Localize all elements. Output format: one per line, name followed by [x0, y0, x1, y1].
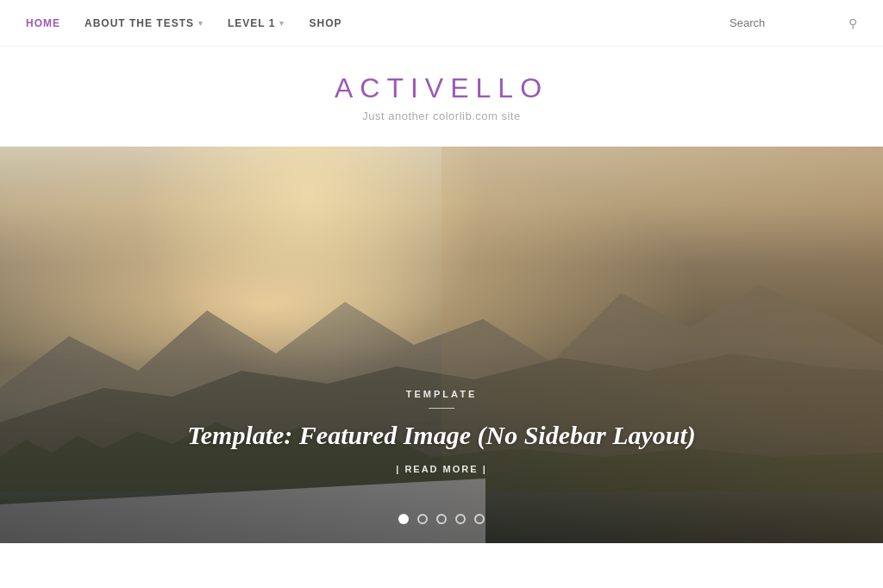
main-navigation: HOME ABOUT THE TESTS ▾ LEVEL 1 ▾ SHOP ⚲ — [0, 0, 883, 47]
hero-slider: TEMPLATE Template: Featured Image (No Si… — [0, 147, 883, 543]
slider-dot-0[interactable] — [398, 514, 409, 524]
nav-item-about[interactable]: ABOUT THE TESTS ▾ — [85, 17, 204, 29]
nav-item-home[interactable]: HOME — [26, 17, 60, 29]
slider-dot-3[interactable] — [455, 514, 466, 524]
slider-dot-4[interactable] — [474, 514, 485, 524]
nav-item-about-label: ABOUT THE TESTS — [85, 17, 194, 29]
search-input[interactable] — [730, 16, 842, 29]
hero-divider — [429, 408, 454, 409]
nav-item-level1-caret: ▾ — [279, 19, 285, 28]
hero-content: TEMPLATE Template: Featured Image (No Si… — [187, 389, 696, 474]
nav-item-level1-label: LEVEL 1 — [228, 17, 275, 29]
site-tagline: Just another colorlib.com site — [0, 109, 883, 122]
hero-read-more-link[interactable]: | READ MORE | — [187, 464, 696, 474]
hero-category: TEMPLATE — [187, 389, 696, 399]
nav-item-shop[interactable]: SHOP — [309, 17, 341, 29]
nav-left-items: HOME ABOUT THE TESTS ▾ LEVEL 1 ▾ SHOP — [26, 17, 342, 29]
hero-title: Template: Featured Image (No Sidebar Lay… — [187, 421, 696, 450]
nav-item-level1[interactable]: LEVEL 1 ▾ — [228, 17, 285, 29]
search-icon[interactable]: ⚲ — [849, 16, 857, 30]
slider-dot-1[interactable] — [417, 514, 428, 524]
site-title: ACTIVELLO — [0, 72, 883, 104]
slider-dot-2[interactable] — [436, 514, 447, 524]
nav-item-about-caret: ▾ — [198, 19, 204, 28]
slider-dots — [398, 514, 485, 524]
nav-search: ⚲ — [730, 16, 857, 30]
site-header: ACTIVELLO Just another colorlib.com site — [0, 47, 883, 147]
